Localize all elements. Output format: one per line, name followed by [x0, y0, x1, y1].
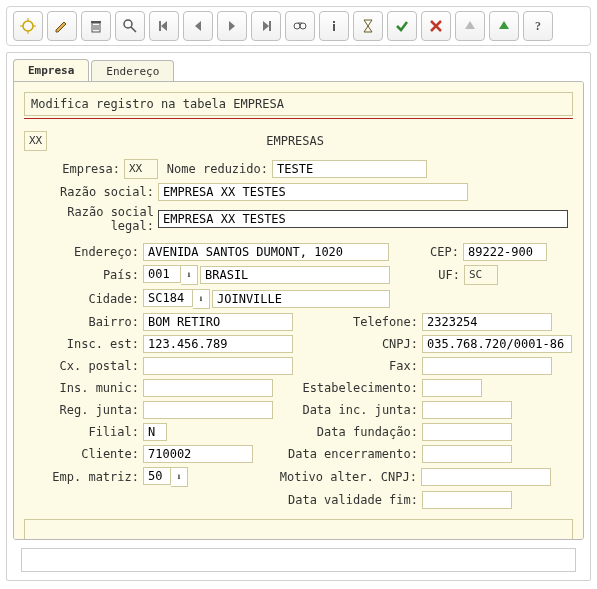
label-fax: Fax: [293, 359, 422, 373]
tb-zoom[interactable] [115, 11, 145, 41]
field-nome-reduzido[interactable] [272, 160, 427, 178]
field-estabelecimento[interactable] [422, 379, 482, 397]
label-data-inc: Data inc. junta: [273, 403, 422, 417]
tabstrip: Empresa Endereço [13, 59, 584, 82]
field-razao-legal[interactable] [158, 210, 568, 228]
tab-panel-empresa: Modifica registro na tabela EMPRESA XX E… [13, 81, 584, 540]
lookup-emp-matriz[interactable]: ⬇ [171, 467, 188, 487]
tb-new[interactable] [13, 11, 43, 41]
label-pais: País: [24, 268, 143, 282]
label-data-fund: Data fundação: [273, 425, 422, 439]
divider-red [24, 118, 573, 119]
label-cx-postal: Cx. postal: [24, 359, 143, 373]
label-razao: Razão social: [24, 185, 158, 199]
label-filial: Filial: [24, 425, 143, 439]
field-endereco[interactable] [143, 243, 389, 261]
tb-up-disabled[interactable] [455, 11, 485, 41]
field-data-enc[interactable] [422, 445, 512, 463]
field-bairro[interactable] [143, 313, 293, 331]
field-data-fund[interactable] [422, 423, 512, 441]
tb-delete[interactable] [81, 11, 111, 41]
svg-rect-17 [333, 24, 335, 31]
field-cep[interactable] [463, 243, 547, 261]
lookup-cidade[interactable]: ⬇ [193, 289, 210, 309]
tb-edit[interactable] [47, 11, 77, 41]
tab-empresa[interactable]: Empresa [13, 59, 89, 82]
field-uf: SC [464, 265, 498, 285]
label-cnpj: CNPJ: [293, 337, 422, 351]
section-title: EMPRESAS [47, 134, 543, 148]
label-endereco: Endereço: [24, 245, 143, 259]
field-fax[interactable] [422, 357, 552, 375]
field-cx-postal[interactable] [143, 357, 293, 375]
field-telefone[interactable] [422, 313, 552, 331]
svg-point-15 [300, 23, 306, 29]
label-estabelecimento: Estabelecimento: [273, 381, 422, 395]
field-pais-nome[interactable] [200, 266, 390, 284]
field-filial[interactable] [143, 423, 167, 441]
tb-info[interactable] [319, 11, 349, 41]
tb-prev[interactable] [183, 11, 213, 41]
toolbar: ? [6, 6, 591, 46]
svg-rect-18 [333, 21, 335, 23]
label-empresa: Empresa: [24, 162, 124, 176]
label-data-enc: Data encerramento: [273, 447, 422, 461]
label-telefone: Telefone: [293, 315, 422, 329]
tb-first[interactable] [149, 11, 179, 41]
svg-point-0 [23, 21, 33, 31]
label-uf: UF: [390, 268, 464, 282]
field-pais-code[interactable] [143, 265, 181, 283]
label-bairro: Bairro: [24, 315, 143, 329]
tab-endereco[interactable]: Endereço [91, 60, 174, 82]
label-motivo: Motivo alter. CNPJ: [272, 470, 421, 484]
field-cidade-nome[interactable] [212, 290, 390, 308]
field-ins-munic[interactable] [143, 379, 273, 397]
svg-rect-6 [91, 21, 101, 23]
label-cidade: Cidade: [24, 292, 143, 306]
svg-point-14 [294, 23, 300, 29]
field-insc-est[interactable] [143, 335, 293, 353]
svg-text:?: ? [535, 19, 541, 33]
field-cidade-code[interactable] [143, 289, 193, 307]
svg-point-10 [124, 20, 132, 28]
svg-line-11 [131, 27, 136, 32]
field-razao[interactable] [158, 183, 468, 201]
label-emp-matriz: Emp. matriz: [24, 470, 143, 484]
label-data-val: Data validade fim: [273, 493, 422, 507]
label-insc-est: Insc. est: [24, 337, 143, 351]
tb-up[interactable] [489, 11, 519, 41]
lookup-pais[interactable]: ⬇ [181, 265, 198, 285]
field-emp-matriz[interactable] [143, 467, 171, 485]
message-bar: Modifica registro na tabela EMPRESA [24, 92, 573, 116]
tb-next[interactable] [217, 11, 247, 41]
svg-rect-12 [159, 21, 161, 31]
label-cliente: Cliente: [24, 447, 143, 461]
tb-last[interactable] [251, 11, 281, 41]
section-code: XX [24, 131, 47, 151]
field-cnpj[interactable] [422, 335, 572, 353]
tb-wait[interactable] [353, 11, 383, 41]
label-reg-junta: Reg. junta: [24, 403, 143, 417]
field-motivo[interactable] [421, 468, 551, 486]
field-cliente[interactable] [143, 445, 253, 463]
tb-find[interactable] [285, 11, 315, 41]
field-empresa-code: XX [124, 159, 158, 179]
label-ins-munic: Ins. munic: [24, 381, 143, 395]
label-nome-reduzido: Nome reduzido: [158, 162, 272, 176]
field-data-inc[interactable] [422, 401, 512, 419]
status-bar [21, 548, 576, 572]
tb-cancel[interactable] [421, 11, 451, 41]
tb-help[interactable]: ? [523, 11, 553, 41]
label-cep: CEP: [389, 245, 463, 259]
field-data-val[interactable] [422, 491, 512, 509]
svg-rect-13 [269, 21, 271, 31]
blank-footer-field [24, 519, 573, 540]
tb-ok[interactable] [387, 11, 417, 41]
label-razao-legal: Razão social legal: [24, 205, 158, 233]
content-panel: Empresa Endereço Modifica registro na ta… [6, 52, 591, 581]
field-reg-junta[interactable] [143, 401, 273, 419]
